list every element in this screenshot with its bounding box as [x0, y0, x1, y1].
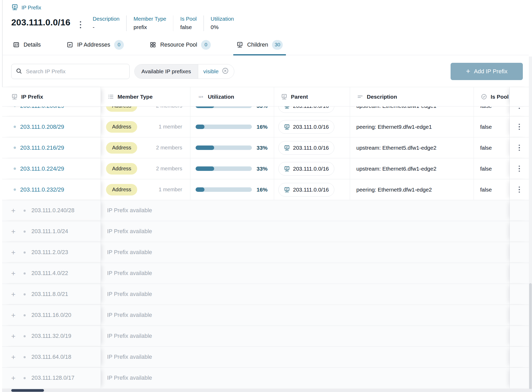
title-actions-menu-button[interactable]: [78, 19, 83, 31]
parent-cell: 203.111.0.0/16: [274, 137, 350, 158]
tab-children[interactable]: Children 30: [235, 35, 284, 55]
prefix-link[interactable]: 203.111.0.232/29: [20, 186, 64, 193]
row-actions-button[interactable]: [517, 184, 522, 195]
ip-network-icon: [284, 124, 290, 130]
tab-label: IP Addresses: [77, 42, 110, 48]
list-icon: [108, 93, 114, 100]
available-status-cell: IP Prefix available: [101, 326, 510, 346]
row-actions-button[interactable]: [517, 164, 522, 174]
breadcrumb[interactable]: IP Prefix: [11, 4, 519, 12]
expand-plus-icon[interactable]: +: [10, 291, 17, 298]
parent-prefix-label: 203.111.0.0/16: [293, 107, 329, 109]
filter-chip-available-prefixes[interactable]: Available IP prefixes visible: [134, 64, 234, 79]
tab-label: Children: [247, 42, 268, 48]
breadcrumb-label[interactable]: IP Prefix: [21, 5, 41, 11]
parent-prefix-chip[interactable]: 203.111.0.0/16: [278, 183, 334, 197]
expand-plus-icon[interactable]: +: [10, 333, 17, 340]
prefix-link[interactable]: 203.111.0.208/29: [20, 124, 64, 130]
details-card-icon: [13, 41, 20, 48]
tab-resource-pool[interactable]: Resource Pool 0: [148, 35, 212, 55]
utilization-value: 33%: [257, 107, 268, 109]
tab-bar: Details IP Addresses 0 Resource Pool 0 C…: [2, 35, 529, 55]
vertical-scrollbar[interactable]: [529, 57, 532, 392]
column-header-parent[interactable]: Parent: [274, 87, 350, 106]
column-label: Parent: [291, 94, 308, 100]
status-dot: [24, 293, 26, 295]
search-input[interactable]: [26, 68, 125, 75]
tab-ip-addresses[interactable]: IP Addresses 0: [65, 35, 125, 55]
page-header: IP Prefix 203.111.0.0/16 Description - M…: [11, 4, 519, 31]
available-status-cell: IP Prefix available: [101, 368, 510, 388]
ip-prefix-cell: 203.111.0.216/29: [2, 137, 101, 158]
utilization-cell: 16%: [190, 179, 274, 200]
resource-pool-grid-icon: [149, 41, 156, 48]
member-type-cell: Address 1 member: [101, 116, 190, 137]
parent-prefix-chip[interactable]: 203.111.0.0/16: [278, 141, 334, 155]
add-ip-prefix-button[interactable]: + Add IP Prefix: [451, 63, 523, 80]
vertical-scrollbar-thumb[interactable]: [529, 283, 532, 391]
utilization-bar: [196, 125, 252, 129]
ip-prefix-cell: + 203.111.8.0/21: [2, 284, 101, 305]
column-header-is-pool[interactable]: Is Pool: [474, 87, 510, 106]
column-header-utilization[interactable]: Utilization: [190, 87, 274, 106]
search-box[interactable]: [11, 64, 130, 79]
expand-plus-icon[interactable]: +: [10, 374, 17, 382]
actions-cell: [510, 107, 529, 116]
status-dot: [14, 107, 16, 107]
summary-field-is-pool: Is Pool false: [180, 15, 203, 31]
available-prefix-label: 203.111.16.0/20: [31, 312, 71, 318]
column-header-description[interactable]: Description: [350, 87, 474, 106]
expand-plus-icon[interactable]: +: [10, 312, 17, 319]
expand-plus-icon[interactable]: +: [10, 270, 17, 277]
is-pool-cell: false: [474, 158, 510, 179]
number-123-icon: [197, 93, 204, 100]
actions-cell: [510, 200, 529, 221]
status-dot: [24, 377, 26, 379]
parent-cell: 203.111.0.0/16: [274, 107, 350, 116]
status-dot: [14, 167, 16, 170]
member-type-badge: Address: [106, 107, 137, 112]
row-actions-button[interactable]: [517, 107, 522, 111]
utilization-bar: [196, 145, 252, 150]
utilization-cell: 16%: [190, 116, 274, 137]
summary-field-member-type: Member Type prefix: [134, 15, 173, 31]
children-network-icon: [236, 41, 243, 48]
parent-prefix-chip[interactable]: 203.111.0.0/16: [278, 107, 334, 113]
utilization-bar: [196, 107, 252, 108]
available-prefix-row: + 203.111.32.0/19 IP Prefix available: [2, 326, 529, 347]
row-actions-button[interactable]: [517, 122, 522, 132]
horizontal-scrollbar-thumb[interactable]: [11, 389, 44, 392]
expand-plus-icon[interactable]: +: [10, 354, 17, 361]
parent-prefix-label: 203.111.0.0/16: [293, 166, 329, 172]
expand-plus-icon[interactable]: +: [10, 228, 17, 235]
row-actions-button[interactable]: [517, 143, 522, 153]
parent-prefix-chip[interactable]: 203.111.0.0/16: [278, 162, 334, 176]
parent-prefix-chip[interactable]: 203.111.0.0/16: [278, 120, 334, 134]
utilization-value: 16%: [257, 124, 268, 130]
field-divider: [126, 15, 127, 31]
status-dot: [14, 126, 16, 128]
horizontal-scrollbar[interactable]: [2, 389, 532, 392]
member-type-badge: Address: [106, 184, 137, 195]
expand-plus-icon[interactable]: +: [10, 207, 17, 214]
ip-network-icon: [284, 107, 290, 109]
field-value: prefix: [134, 23, 166, 32]
prefix-link[interactable]: 203.111.0.216/29: [20, 144, 64, 151]
actions-cell: [510, 347, 529, 367]
member-count: 2 members: [156, 145, 182, 151]
available-status-cell: IP Prefix available: [101, 242, 510, 263]
prefix-link[interactable]: 203.111.0.200/29: [20, 107, 64, 109]
prefix-link[interactable]: 203.111.0.224/29: [20, 165, 64, 172]
member-type-badge: Address: [106, 163, 137, 175]
parent-prefix-label: 203.111.0.0/16: [293, 187, 329, 193]
add-button-label: Add IP Prefix: [474, 68, 507, 75]
status-dot: [24, 272, 26, 275]
field-label: Is Pool: [180, 15, 197, 23]
remove-filter-icon[interactable]: [222, 67, 229, 76]
column-header-member-type[interactable]: Member Type: [101, 87, 190, 106]
expand-plus-icon[interactable]: +: [10, 249, 17, 256]
column-label: Member Type: [118, 94, 153, 100]
ip-prefix-cell: + 203.111.1.0/24: [2, 221, 101, 242]
column-header-ip-prefix[interactable]: IP Prefix: [2, 87, 101, 106]
tab-details[interactable]: Details: [11, 35, 42, 55]
